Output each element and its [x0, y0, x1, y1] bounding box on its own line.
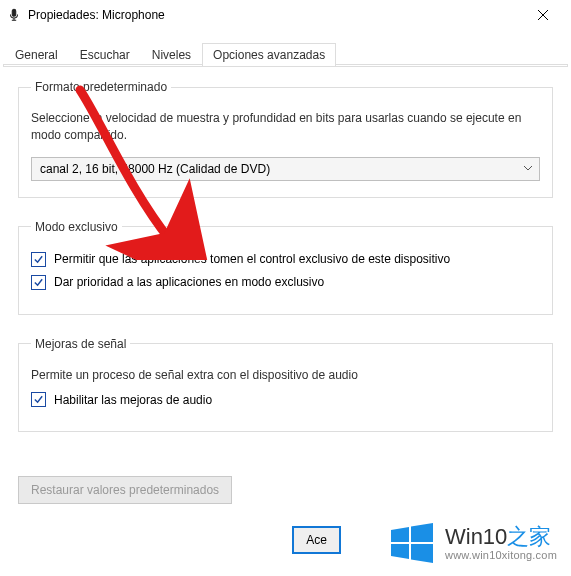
title-bar: Propiedades: Microphone [0, 0, 571, 30]
default-format-group: Formato predeterminado Seleccione la vel… [18, 80, 553, 198]
sample-format-value: canal 2, 16 bit, 48000 Hz (Calidad de DV… [40, 162, 270, 176]
default-format-legend: Formato predeterminado [31, 80, 171, 94]
enable-audio-enhancements-checkbox[interactable] [31, 392, 46, 407]
close-icon [537, 9, 549, 21]
watermark: Win10之家 www.win10xitong.com [389, 520, 557, 566]
svg-rect-0 [12, 9, 16, 16]
chevron-down-icon [523, 162, 533, 176]
svg-marker-7 [391, 544, 409, 559]
restore-row: Restaurar valores predeterminados [0, 476, 250, 504]
window-title: Propiedades: Microphone [28, 8, 523, 22]
watermark-line1a: Win10 [445, 524, 507, 549]
close-button[interactable] [523, 1, 563, 29]
svg-marker-6 [411, 523, 433, 542]
ok-button[interactable]: Ace [292, 526, 341, 554]
watermark-line1b: 之家 [507, 524, 551, 549]
tab-bar: General Escuchar Niveles Opciones avanza… [0, 30, 571, 66]
exclusive-priority-row: Dar prioridad a las aplicaciones en modo… [31, 275, 540, 290]
allow-exclusive-control-label: Permitir que las aplicaciones tomen el c… [54, 252, 450, 266]
windows-logo-icon [389, 520, 435, 566]
restore-defaults-button[interactable]: Restaurar valores predeterminados [18, 476, 232, 504]
signal-enhancements-group: Mejoras de señal Permite un proceso de s… [18, 337, 553, 432]
tab-general[interactable]: General [4, 43, 69, 66]
enable-audio-enhancements-label: Habilitar las mejoras de audio [54, 393, 212, 407]
signal-enhancements-description: Permite un proceso de señal extra con el… [31, 367, 540, 384]
check-icon [33, 277, 44, 288]
svg-marker-8 [411, 544, 433, 563]
dialog-button-bar: Ace [292, 526, 341, 554]
check-icon [33, 394, 44, 405]
tab-opciones-avanzadas[interactable]: Opciones avanzadas [202, 43, 336, 66]
watermark-line2: www.win10xitong.com [445, 549, 557, 561]
signal-enhancements-legend: Mejoras de señal [31, 337, 130, 351]
exclusive-priority-checkbox[interactable] [31, 275, 46, 290]
enable-audio-enhancements-row: Habilitar las mejoras de audio [31, 392, 540, 407]
tab-escuchar[interactable]: Escuchar [69, 43, 141, 66]
exclusive-priority-label: Dar prioridad a las aplicaciones en modo… [54, 275, 324, 289]
watermark-text: Win10之家 www.win10xitong.com [445, 525, 557, 561]
check-icon [33, 254, 44, 265]
microphone-icon [6, 7, 22, 23]
svg-marker-5 [391, 527, 409, 542]
default-format-description: Seleccione la velocidad de muestra y pro… [31, 110, 540, 145]
sample-format-select[interactable]: canal 2, 16 bit, 48000 Hz (Calidad de DV… [31, 157, 540, 181]
allow-exclusive-control-checkbox[interactable] [31, 252, 46, 267]
allow-exclusive-control-row: Permitir que las aplicaciones tomen el c… [31, 252, 540, 267]
exclusive-mode-legend: Modo exclusivo [31, 220, 122, 234]
tab-niveles[interactable]: Niveles [141, 43, 202, 66]
tab-content: Formato predeterminado Seleccione la vel… [0, 66, 571, 432]
exclusive-mode-group: Modo exclusivo Permitir que las aplicaci… [18, 220, 553, 315]
